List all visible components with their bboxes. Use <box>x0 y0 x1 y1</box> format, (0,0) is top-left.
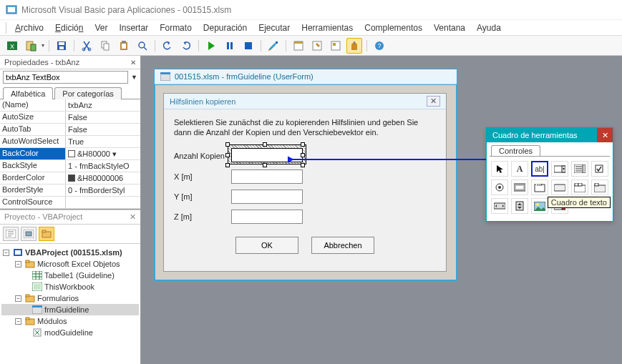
svg-rect-53 <box>583 164 585 173</box>
svg-rect-69 <box>516 202 523 210</box>
svg-rect-67 <box>595 183 598 186</box>
toolbox-label-icon[interactable]: A <box>511 161 528 177</box>
properties-close-icon[interactable]: ✕ <box>130 59 136 67</box>
menu-format[interactable]: Formato <box>155 21 196 34</box>
menu-run[interactable]: Ejecutar <box>254 21 294 34</box>
svg-text:X: X <box>10 43 14 50</box>
collapse-icon[interactable]: − <box>15 295 21 302</box>
menu-tools[interactable]: Herramientas <box>297 21 357 34</box>
tool-find[interactable] <box>135 38 150 54</box>
svg-rect-12 <box>104 44 109 50</box>
svg-rect-20 <box>276 41 278 44</box>
svg-rect-22 <box>294 41 303 44</box>
toolbox-close-icon[interactable]: ✕ <box>597 128 613 142</box>
project-close-icon[interactable]: ✕ <box>130 212 136 222</box>
tool-help[interactable]: ? <box>371 38 387 54</box>
toolbox-frame-icon[interactable]: xvz <box>531 179 548 195</box>
toolbox-image-icon[interactable] <box>531 198 548 214</box>
tool-save[interactable] <box>54 38 69 54</box>
menu-debug[interactable]: Depuración <box>199 21 251 34</box>
tool-undo[interactable] <box>160 38 175 54</box>
folder-icon <box>25 260 35 268</box>
cancel-button[interactable]: Abbrechen <box>311 237 374 254</box>
toolbox-optionbutton-icon[interactable] <box>491 179 508 195</box>
toolbox-multipage-icon[interactable] <box>591 179 608 195</box>
menu-file[interactable]: Archivo <box>11 21 48 34</box>
menu-view[interactable]: Ver <box>90 21 112 34</box>
tool-object-browser[interactable] <box>328 38 344 54</box>
ok-button[interactable]: OK <box>235 237 298 254</box>
toolbox-spinbutton-icon[interactable] <box>511 198 528 214</box>
properties-tab-categorized[interactable]: Por categorías <box>54 87 122 99</box>
svg-rect-65 <box>578 183 582 186</box>
tool-toolbox[interactable] <box>346 38 362 54</box>
collapse-icon[interactable]: − <box>15 261 21 267</box>
mdi-area: 001515.xlsm - frmGuideline (UserForm) Hi… <box>141 56 622 364</box>
collapse-icon[interactable]: − <box>3 250 9 256</box>
svg-rect-62 <box>554 185 565 191</box>
toolbox-commandbutton-icon[interactable] <box>551 179 568 195</box>
toolbox-listbox-icon[interactable] <box>571 161 588 177</box>
tool-break[interactable] <box>222 38 238 54</box>
tool-properties[interactable] <box>309 38 325 54</box>
properties-grid[interactable]: (Name)txbAnz AutoSizeFalse AutoTabFalse … <box>0 99 140 210</box>
menu-help[interactable]: Ayuda <box>472 21 505 34</box>
menu-insert[interactable]: Insertar <box>115 21 152 34</box>
userform-surface[interactable]: Hilfslinien kopieren ✕ Selektieren Sie z… <box>163 93 447 272</box>
tool-redo[interactable] <box>178 38 194 54</box>
tool-reset[interactable] <box>240 38 256 54</box>
properties-tab-alphabetical[interactable]: Alfabética <box>3 87 53 99</box>
menu-addins[interactable]: Complementos <box>360 21 427 34</box>
project-tree[interactable]: −VBAProject (001515.xlsm) −Microsoft Exc… <box>0 244 140 364</box>
svg-rect-41 <box>26 295 29 297</box>
collapse-icon[interactable]: − <box>15 318 21 325</box>
properties-object-selector[interactable] <box>3 71 128 84</box>
close-icon[interactable]: ✕ <box>427 96 440 107</box>
svg-rect-64 <box>575 183 578 186</box>
toolbox-scrollbar-icon[interactable] <box>491 198 508 214</box>
toolbox-titlebar[interactable]: Cuadro de herramientas ✕ <box>487 128 613 142</box>
color-swatch-icon <box>68 150 75 157</box>
tool-copy[interactable] <box>97 38 113 54</box>
color-swatch-icon <box>68 174 75 182</box>
svg-rect-36 <box>26 260 29 262</box>
svg-point-71 <box>536 203 539 206</box>
toolbox-checkbox-icon[interactable] <box>591 161 608 177</box>
tool-design-mode[interactable] <box>266 38 281 54</box>
toolbox-tab-controls[interactable]: Controles <box>491 145 540 156</box>
svg-rect-5 <box>31 44 36 51</box>
tool-insert[interactable] <box>23 38 39 54</box>
mdi-child-titlebar[interactable]: 001515.xlsm - frmGuideline (UserForm) <box>155 69 457 84</box>
dropdown-icon[interactable]: ▼ <box>131 74 137 81</box>
property-row: (Name)txbAnz <box>0 99 140 112</box>
menu-edit[interactable]: Edición <box>51 21 87 34</box>
menu-window[interactable]: Ventana <box>429 21 470 34</box>
project-toggle-folders[interactable] <box>39 227 54 241</box>
toolbox-combobox-icon[interactable] <box>551 161 568 177</box>
property-row: BorderStyle0 - fmBorderStyl <box>0 185 140 197</box>
svg-rect-34 <box>15 250 21 255</box>
toolbox-textbox-icon[interactable]: ab| <box>531 161 548 177</box>
textbox-x[interactable] <box>231 169 303 184</box>
project-view-object[interactable] <box>21 227 37 241</box>
toolbox-pointer-icon[interactable] <box>491 161 508 177</box>
textbox-anzahl-selected[interactable] <box>231 148 303 162</box>
toolbox-togglebutton-icon[interactable] <box>511 179 528 195</box>
tool-project-explorer[interactable] <box>291 38 306 54</box>
mdi-child-window[interactable]: 001515.xlsm - frmGuideline (UserForm) Hi… <box>154 69 457 281</box>
tool-paste[interactable] <box>116 38 132 54</box>
textbox-y[interactable] <box>231 190 303 204</box>
project-view-code[interactable] <box>3 227 19 241</box>
tool-cut[interactable] <box>79 38 94 54</box>
svg-rect-18 <box>230 42 233 49</box>
svg-rect-54 <box>596 165 603 172</box>
project-panel-title: Proyecto - VBAProject ✕ <box>0 210 140 225</box>
textbox-z[interactable] <box>231 210 303 224</box>
instruction-label: Selektieren Sie zunächst die zu kopieren… <box>174 117 436 138</box>
svg-rect-19 <box>245 42 252 49</box>
sheet-icon <box>32 271 42 280</box>
toolbox-tabstrip-icon[interactable] <box>571 179 588 195</box>
label-z: Z [m] <box>174 212 231 221</box>
tool-view-excel[interactable]: X <box>4 38 20 54</box>
tool-run[interactable] <box>203 38 219 54</box>
